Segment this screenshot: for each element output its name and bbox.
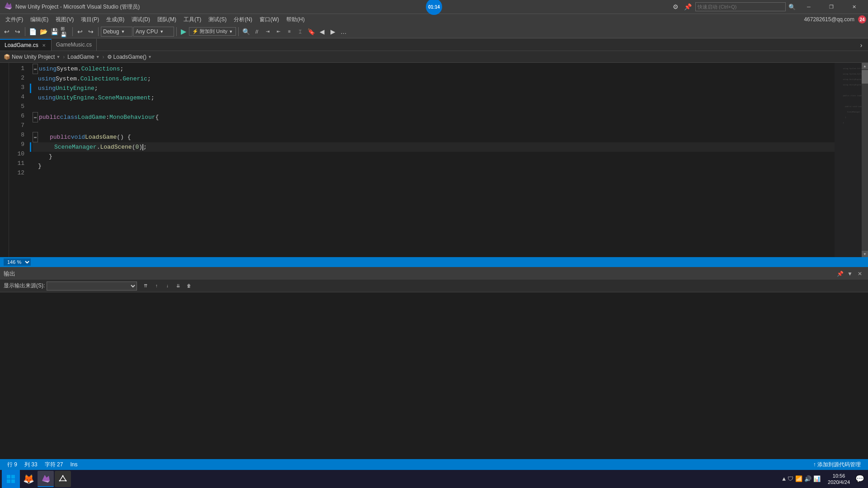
undo-button[interactable]: ↩ [75,27,85,37]
code-line-11: } [33,161,835,171]
tab-gamemusic[interactable]: GameMusic.cs [52,39,97,51]
zoom-dropdown[interactable]: 146 % 100 % 125 % 150 % 200 % [4,258,31,266]
nav-separator-1: › [63,54,65,60]
status-row[interactable]: 行 9 [4,461,21,469]
nav-class-label: LoadGame [67,54,94,60]
menu-debug[interactable]: 调试(D) [128,14,154,25]
vertical-scrollbar[interactable]: ▲ ▼ [862,63,868,257]
network-icon[interactable]: 📶 [795,475,802,483]
attach-unity-button[interactable]: ⚡ 附加到 Unity ▼ [189,27,236,36]
date-display: 2020/4/24 [828,479,850,485]
menu-build[interactable]: 生成(B) [103,14,128,25]
minimize-button[interactable]: ─ [798,0,819,14]
redo-button[interactable]: ↪ [86,27,96,37]
system-tray: ▲ 🛡 📶 🔊 📊 [778,475,824,483]
toolbar-separator-3 [98,27,99,36]
chevron-down-icon-3: ▼ [148,55,152,59]
editor-container: using System.Collections; using System.C… [0,63,868,257]
menu-tools[interactable]: 工具(T) [180,14,205,25]
status-mode[interactable]: Ins [66,461,81,468]
save-button[interactable]: 💾 [49,27,59,37]
collapse-6[interactable]: ▬ [33,112,38,122]
output-toolbar: 显示输出来源(S): ⇈ ↑ ↓ ⇊ 🗑 [0,280,868,292]
platform-dropdown[interactable]: Any CPU ▼ [133,27,174,37]
scroll-up-button[interactable]: ▲ [862,63,868,69]
save-all-button[interactable]: ⊞💾 [60,27,70,37]
menu-window[interactable]: 窗口(W) [256,14,283,25]
tab-scroll-right[interactable]: › [856,41,866,51]
bookmark-button[interactable]: 🔖 [306,27,316,37]
taskbar: 🦊 ▲ 🛡 📶 🔊 📊 10:56 2020/4/24 💬 [0,470,868,488]
forward-button[interactable]: ↪ [13,27,23,37]
status-col[interactable]: 列 33 [21,461,41,469]
output-header: 输出 📌 ▼ ✕ [0,268,868,280]
scroll-down-button[interactable]: ▼ [862,251,868,257]
align-button[interactable]: ≡ [284,27,294,37]
menu-file[interactable]: 文件(F) [2,14,27,25]
menu-help[interactable]: 帮助(H) [283,14,308,25]
search-icon[interactable]: 🔍 [788,4,797,10]
start-button[interactable] [2,470,20,488]
shield-icon[interactable]: 🛡 [788,476,793,483]
nav-method-dropdown[interactable]: ⚙ LoadsGame() ▼ [105,52,154,62]
navigate-next-button[interactable]: ▶ [328,27,338,37]
outdent-button[interactable]: ⇤ [274,27,283,37]
tab-loadgame[interactable]: LoadGame.cs ✕ [0,39,52,51]
comment-button[interactable]: // [252,27,262,37]
taskbar-vs[interactable] [38,471,54,487]
code-line-5 [33,103,835,112]
status-source-control[interactable]: ↑ 添加到源代码管理 [810,461,864,469]
menu-analyze[interactable]: 分析(N) [230,14,256,25]
code-line-2: using System.Collections.Generic; [33,74,835,84]
code-area[interactable]: 1 2 3 4 5 6 7 8 9 10 11 12 ▬ using Syste… [0,63,868,257]
menu-team[interactable]: 团队(M) [154,14,180,25]
user-account[interactable]: 467282615@qq.com [800,16,858,23]
code-line-4: using UnityEngine.SceneManagement; [33,93,835,103]
output-pin-button[interactable]: 📌 [835,269,844,278]
output-scroll-bottom-button[interactable]: ⇊ [173,281,183,291]
play-button[interactable]: ▶ [179,27,188,36]
collapse-1[interactable]: ▬ [33,64,38,74]
debug-config-dropdown[interactable]: Debug ▼ [101,27,132,37]
indent-button[interactable]: ⇥ [263,27,273,37]
project-icon: 📦 [4,54,10,60]
up-arrow-icon[interactable]: ▲ [782,476,786,483]
menu-edit[interactable]: 编辑(E) [27,14,52,25]
close-button[interactable]: ✕ [844,0,864,14]
taskbar-firefox[interactable]: 🦊 [20,471,37,487]
open-file-button[interactable]: 📂 [38,27,48,37]
speaker-icon[interactable]: 🔊 [804,475,811,483]
more-button[interactable]: … [339,27,349,37]
format-button[interactable]: ⌶ [295,27,305,37]
tab-loadgame-label: LoadGame.cs [5,42,38,48]
nav-bar: 📦 New Unity Project ▼ › LoadGame ▼ › ⚙ L… [0,51,868,63]
filter-icon[interactable]: ⚙ [671,3,680,10]
output-scroll-up-button[interactable]: ↑ [151,281,161,291]
nav-project-dropdown[interactable]: 📦 New Unity Project ▼ [2,52,62,62]
output-close-button[interactable]: ✕ [855,269,864,278]
menu-project[interactable]: 项目(P) [77,14,103,25]
status-char[interactable]: 字符 27 [41,461,67,469]
collapse-8[interactable]: ▬ [33,132,38,142]
quick-launch-input[interactable] [695,2,786,11]
navigate-prev-button[interactable]: ◀ [317,27,327,37]
pin-icon[interactable]: 📌 [682,3,693,10]
output-scroll-down-button[interactable]: ↓ [162,281,172,291]
output-scroll-top-button[interactable]: ⇈ [141,281,151,291]
find-button[interactable]: 🔍 [241,27,251,37]
output-clear-button[interactable]: 🗑 [184,281,194,291]
tab-loadgame-close[interactable]: ✕ [41,42,47,48]
restore-button[interactable]: ❐ [821,0,842,14]
menu-test[interactable]: 测试(S) [205,14,230,25]
nav-class-dropdown[interactable]: LoadGame ▼ [66,52,101,62]
output-source-dropdown[interactable] [47,282,137,291]
code-content[interactable]: ▬ using System.Collections; using System… [28,63,835,257]
new-file-button[interactable]: 📄 [28,27,38,37]
taskbar-clock[interactable]: 10:56 2020/4/24 [824,473,854,486]
back-button[interactable]: ↩ [2,27,12,37]
scroll-track[interactable] [862,69,868,251]
menu-view[interactable]: 视图(V) [52,14,77,25]
output-dropdown-button[interactable]: ▼ [845,269,854,278]
taskbar-unity[interactable] [55,471,71,487]
notification-button[interactable]: 💬 [854,470,866,488]
